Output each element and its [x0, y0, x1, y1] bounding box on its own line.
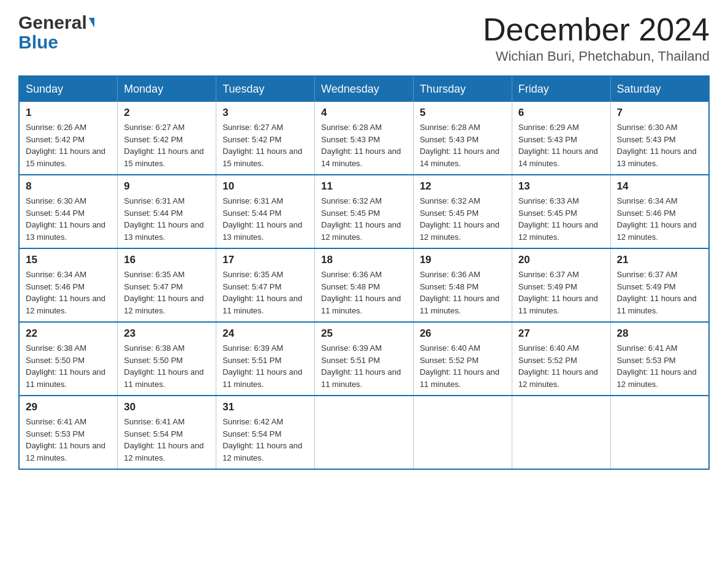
calendar-cell: 27Sunrise: 6:40 AMSunset: 5:52 PMDayligh… — [512, 322, 610, 396]
day-number: 31 — [222, 401, 308, 413]
calendar-cell: 26Sunrise: 6:40 AMSunset: 5:52 PMDayligh… — [413, 322, 512, 396]
day-number: 17 — [222, 254, 308, 266]
day-number: 9 — [124, 180, 210, 193]
day-info: Sunrise: 6:40 AMSunset: 5:52 PMDaylight:… — [518, 343, 598, 389]
calendar-cell: 14Sunrise: 6:34 AMSunset: 5:46 PMDayligh… — [610, 175, 709, 248]
day-number: 8 — [26, 180, 111, 193]
calendar-header-thursday: Thursday — [413, 76, 512, 102]
calendar-cell: 1Sunrise: 6:26 AMSunset: 5:42 PMDaylight… — [19, 102, 118, 175]
day-info: Sunrise: 6:34 AMSunset: 5:46 PMDaylight:… — [617, 196, 697, 242]
day-number: 16 — [124, 254, 210, 266]
day-number: 15 — [26, 254, 111, 266]
day-number: 22 — [26, 327, 111, 340]
calendar-cell — [413, 396, 512, 469]
calendar-cell: 23Sunrise: 6:38 AMSunset: 5:50 PMDayligh… — [118, 322, 216, 396]
calendar-cell: 2Sunrise: 6:27 AMSunset: 5:42 PMDaylight… — [118, 102, 216, 175]
calendar-cell: 25Sunrise: 6:39 AMSunset: 5:51 PMDayligh… — [315, 322, 414, 396]
calendar-cell: 16Sunrise: 6:35 AMSunset: 5:47 PMDayligh… — [118, 248, 216, 322]
calendar-cell: 5Sunrise: 6:28 AMSunset: 5:43 PMDaylight… — [413, 102, 512, 175]
day-info: Sunrise: 6:42 AMSunset: 5:54 PMDaylight:… — [222, 417, 302, 462]
logo: General Blue — [18, 12, 94, 53]
calendar-cell: 21Sunrise: 6:37 AMSunset: 5:49 PMDayligh… — [610, 248, 709, 322]
day-number: 7 — [617, 107, 702, 119]
day-info: Sunrise: 6:35 AMSunset: 5:47 PMDaylight:… — [124, 270, 203, 315]
month-year-title: December 2024 — [483, 12, 710, 47]
calendar-cell — [512, 396, 610, 469]
day-number: 28 — [617, 327, 702, 340]
day-info: Sunrise: 6:28 AMSunset: 5:43 PMDaylight:… — [420, 123, 499, 168]
calendar-cell: 24Sunrise: 6:39 AMSunset: 5:51 PMDayligh… — [216, 322, 315, 396]
day-number: 24 — [222, 327, 308, 340]
day-info: Sunrise: 6:38 AMSunset: 5:50 PMDaylight:… — [124, 343, 203, 389]
calendar-week-row: 29Sunrise: 6:41 AMSunset: 5:53 PMDayligh… — [19, 396, 709, 469]
day-info: Sunrise: 6:27 AMSunset: 5:42 PMDaylight:… — [124, 123, 203, 168]
calendar-cell: 6Sunrise: 6:29 AMSunset: 5:43 PMDaylight… — [512, 102, 610, 175]
day-info: Sunrise: 6:39 AMSunset: 5:51 PMDaylight:… — [222, 343, 302, 389]
logo-triangle-icon — [89, 18, 94, 28]
logo-blue-text: Blue — [18, 32, 94, 53]
day-info: Sunrise: 6:34 AMSunset: 5:46 PMDaylight:… — [26, 270, 105, 315]
calendar-cell: 9Sunrise: 6:31 AMSunset: 5:44 PMDaylight… — [118, 175, 216, 248]
calendar-week-row: 15Sunrise: 6:34 AMSunset: 5:46 PMDayligh… — [19, 248, 709, 322]
day-number: 4 — [321, 107, 407, 119]
calendar-cell: 11Sunrise: 6:32 AMSunset: 5:45 PMDayligh… — [315, 175, 414, 248]
calendar-cell: 28Sunrise: 6:41 AMSunset: 5:53 PMDayligh… — [610, 322, 709, 396]
calendar-cell: 30Sunrise: 6:41 AMSunset: 5:54 PMDayligh… — [118, 396, 216, 469]
day-info: Sunrise: 6:32 AMSunset: 5:45 PMDaylight:… — [420, 196, 499, 242]
day-info: Sunrise: 6:29 AMSunset: 5:43 PMDaylight:… — [518, 123, 598, 168]
day-info: Sunrise: 6:36 AMSunset: 5:48 PMDaylight:… — [420, 270, 499, 315]
calendar-header-tuesday: Tuesday — [216, 76, 315, 102]
calendar-cell: 18Sunrise: 6:36 AMSunset: 5:48 PMDayligh… — [315, 248, 414, 322]
day-info: Sunrise: 6:31 AMSunset: 5:44 PMDaylight:… — [124, 196, 203, 242]
day-number: 21 — [617, 254, 702, 266]
calendar-cell: 29Sunrise: 6:41 AMSunset: 5:53 PMDayligh… — [19, 396, 118, 469]
day-number: 1 — [26, 107, 111, 119]
location-subtitle: Wichian Buri, Phetchabun, Thailand — [483, 48, 710, 64]
calendar-cell: 19Sunrise: 6:36 AMSunset: 5:48 PMDayligh… — [413, 248, 512, 322]
logo-general-text: General — [18, 12, 87, 33]
day-number: 25 — [321, 327, 407, 340]
day-info: Sunrise: 6:37 AMSunset: 5:49 PMDaylight:… — [617, 270, 697, 315]
day-number: 5 — [420, 107, 506, 119]
calendar-cell: 20Sunrise: 6:37 AMSunset: 5:49 PMDayligh… — [512, 248, 610, 322]
day-info: Sunrise: 6:26 AMSunset: 5:42 PMDaylight:… — [26, 123, 105, 168]
calendar-header-sunday: Sunday — [19, 76, 118, 102]
calendar-week-row: 22Sunrise: 6:38 AMSunset: 5:50 PMDayligh… — [19, 322, 709, 396]
calendar-cell: 17Sunrise: 6:35 AMSunset: 5:47 PMDayligh… — [216, 248, 315, 322]
day-info: Sunrise: 6:36 AMSunset: 5:48 PMDaylight:… — [321, 270, 401, 315]
day-info: Sunrise: 6:39 AMSunset: 5:51 PMDaylight:… — [321, 343, 401, 389]
calendar-cell: 12Sunrise: 6:32 AMSunset: 5:45 PMDayligh… — [413, 175, 512, 248]
calendar-header-wednesday: Wednesday — [315, 76, 414, 102]
calendar-cell: 3Sunrise: 6:27 AMSunset: 5:42 PMDaylight… — [216, 102, 315, 175]
calendar-week-row: 1Sunrise: 6:26 AMSunset: 5:42 PMDaylight… — [19, 102, 709, 175]
calendar-cell — [610, 396, 709, 469]
day-info: Sunrise: 6:33 AMSunset: 5:45 PMDaylight:… — [518, 196, 598, 242]
day-number: 13 — [518, 180, 604, 193]
day-info: Sunrise: 6:28 AMSunset: 5:43 PMDaylight:… — [321, 123, 401, 168]
day-number: 20 — [518, 254, 604, 266]
calendar-cell — [315, 396, 414, 469]
day-number: 30 — [124, 401, 210, 413]
day-number: 26 — [420, 327, 506, 340]
title-area: December 2024 Wichian Buri, Phetchabun, … — [483, 12, 710, 64]
day-number: 2 — [124, 107, 210, 119]
day-info: Sunrise: 6:30 AMSunset: 5:43 PMDaylight:… — [617, 123, 697, 168]
day-info: Sunrise: 6:41 AMSunset: 5:53 PMDaylight:… — [26, 417, 105, 462]
day-number: 29 — [26, 401, 111, 413]
day-info: Sunrise: 6:38 AMSunset: 5:50 PMDaylight:… — [26, 343, 105, 389]
day-number: 6 — [518, 107, 604, 119]
day-number: 14 — [617, 180, 702, 193]
day-info: Sunrise: 6:35 AMSunset: 5:47 PMDaylight:… — [222, 270, 302, 315]
calendar-table: SundayMondayTuesdayWednesdayThursdayFrid… — [18, 75, 710, 470]
calendar-cell: 7Sunrise: 6:30 AMSunset: 5:43 PMDaylight… — [610, 102, 709, 175]
calendar-header-monday: Monday — [118, 76, 216, 102]
day-info: Sunrise: 6:31 AMSunset: 5:44 PMDaylight:… — [222, 196, 302, 242]
page-header: General Blue December 2024 Wichian Buri,… — [18, 12, 710, 64]
day-info: Sunrise: 6:37 AMSunset: 5:49 PMDaylight:… — [518, 270, 598, 315]
calendar-cell: 13Sunrise: 6:33 AMSunset: 5:45 PMDayligh… — [512, 175, 610, 248]
day-number: 10 — [222, 180, 308, 193]
calendar-cell: 10Sunrise: 6:31 AMSunset: 5:44 PMDayligh… — [216, 175, 315, 248]
day-info: Sunrise: 6:41 AMSunset: 5:53 PMDaylight:… — [617, 343, 697, 389]
calendar-cell: 31Sunrise: 6:42 AMSunset: 5:54 PMDayligh… — [216, 396, 315, 469]
calendar-header-saturday: Saturday — [610, 76, 709, 102]
